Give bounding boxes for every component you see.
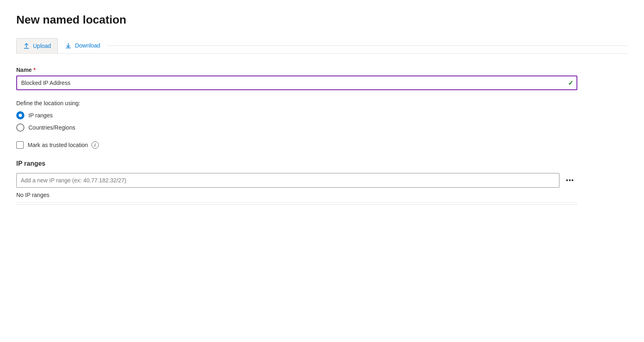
trusted-location-info-icon[interactable]: i	[91, 141, 99, 149]
trusted-location-group: Mark as trusted location i	[16, 141, 628, 149]
download-icon	[65, 42, 72, 49]
input-valid-checkmark: ✓	[568, 79, 573, 87]
download-button[interactable]: Download	[59, 38, 107, 53]
upload-icon	[23, 43, 30, 49]
ip-ranges-radio[interactable]	[16, 111, 24, 119]
toolbar: Upload Download	[16, 38, 628, 54]
form-section: Name * ✓ Define the location using: IP r…	[16, 67, 628, 205]
name-input-wrapper: ✓	[16, 76, 577, 90]
ip-range-input[interactable]	[16, 173, 559, 188]
ip-range-more-button[interactable]: •••	[563, 173, 577, 188]
required-indicator: *	[33, 67, 35, 73]
page-title: New named location	[16, 13, 628, 27]
upload-button[interactable]: Upload	[16, 38, 58, 53]
trusted-location-checkbox[interactable]	[16, 141, 24, 149]
trusted-location-label: Mark as trusted location i	[28, 141, 99, 149]
ip-ranges-radio-label: IP ranges	[28, 112, 53, 119]
more-dots-icon: •••	[566, 177, 574, 184]
ip-ranges-section-title: IP ranges	[16, 160, 628, 167]
countries-regions-radio[interactable]	[16, 123, 24, 132]
ip-input-row: •••	[16, 173, 577, 188]
countries-regions-radio-item[interactable]: Countries/Regions	[16, 123, 628, 132]
toolbar-separator	[107, 45, 628, 46]
page-container: New named location Upload Download	[0, 0, 644, 218]
ip-ranges-separator	[16, 204, 577, 205]
define-location-group: Define the location using: IP ranges Cou…	[16, 100, 628, 132]
download-label: Download	[75, 42, 100, 49]
name-label: Name *	[16, 67, 628, 73]
upload-label: Upload	[33, 43, 51, 49]
define-location-label: Define the location using:	[16, 100, 628, 106]
name-field-group: Name * ✓	[16, 67, 628, 90]
countries-regions-radio-label: Countries/Regions	[28, 124, 75, 131]
ip-ranges-radio-item[interactable]: IP ranges	[16, 111, 628, 119]
location-type-radio-group: IP ranges Countries/Regions	[16, 111, 628, 132]
ip-ranges-section: IP ranges ••• No IP ranges	[16, 160, 628, 205]
no-ip-ranges-text: No IP ranges	[16, 188, 577, 203]
name-input[interactable]	[16, 76, 577, 90]
